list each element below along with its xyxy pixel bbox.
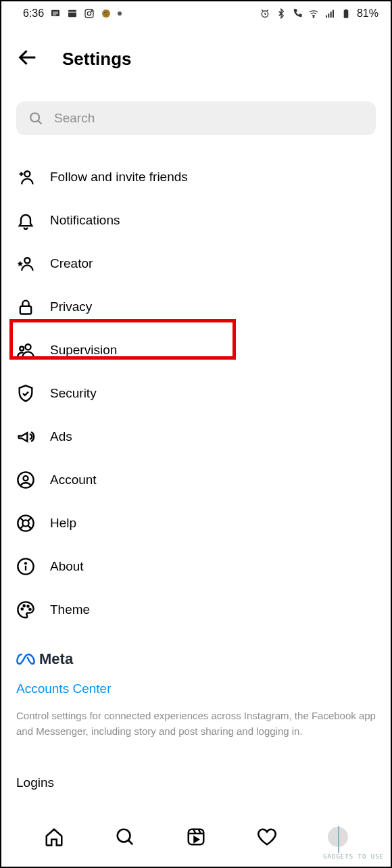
back-arrow-icon	[16, 46, 39, 69]
svg-point-31	[27, 606, 28, 607]
svg-rect-34	[189, 829, 204, 845]
menu-item-notifications[interactable]: Notifications	[1, 199, 391, 242]
menu-item-theme[interactable]: Theme	[1, 588, 391, 631]
menu-item-account[interactable]: Account	[1, 458, 391, 502]
bluetooth-icon	[276, 8, 287, 19]
bell-icon	[16, 211, 35, 230]
svg-point-4	[91, 11, 92, 11]
nav-home[interactable]	[43, 825, 66, 848]
reels-icon	[186, 827, 206, 847]
alarm-icon	[260, 8, 270, 19]
svg-point-33	[118, 829, 130, 842]
svg-rect-20	[20, 306, 31, 314]
status-right: 81%	[260, 7, 378, 20]
menu-item-follow-invite[interactable]: Follow and invite friends	[1, 155, 391, 199]
meta-brand: Meta	[16, 650, 376, 668]
meta-logo-icon	[16, 652, 35, 666]
svg-point-17	[30, 113, 39, 122]
header: Settings	[1, 23, 391, 72]
cookie-status-icon	[101, 8, 112, 19]
svg-rect-1	[68, 10, 76, 18]
accounts-center-link[interactable]: Accounts Center	[16, 681, 111, 696]
svg-point-24	[24, 476, 28, 481]
people-icon	[16, 341, 35, 360]
message-status-icon	[50, 8, 61, 19]
svg-rect-11	[326, 16, 327, 18]
svg-point-5	[102, 9, 110, 18]
svg-point-10	[313, 17, 314, 18]
svg-point-18	[24, 171, 30, 176]
svg-point-28	[25, 562, 26, 564]
home-icon	[44, 827, 64, 847]
menu-label: Notifications	[50, 213, 120, 228]
menu-item-about[interactable]: About	[1, 545, 391, 588]
menu-label: Follow and invite friends	[50, 170, 188, 185]
menu-item-privacy[interactable]: Privacy	[1, 285, 391, 329]
menu-item-help[interactable]: Help	[1, 502, 391, 545]
back-button[interactable]	[16, 46, 39, 72]
svg-point-22	[20, 347, 24, 351]
menu-label: Supervision	[50, 343, 117, 358]
svg-rect-0	[51, 10, 59, 16]
svg-point-32	[29, 608, 30, 610]
menu-label: Help	[50, 516, 76, 531]
menu-item-security[interactable]: Security	[1, 372, 391, 415]
svg-point-6	[104, 12, 105, 14]
menu-label: Privacy	[50, 299, 92, 314]
svg-point-30	[24, 605, 25, 606]
nav-reels[interactable]	[185, 825, 207, 848]
nav-activity[interactable]	[255, 825, 278, 848]
watermark-bar	[338, 826, 339, 853]
menu-label: Creator	[50, 256, 93, 271]
search-icon	[28, 111, 43, 126]
add-user-icon	[16, 168, 35, 187]
calendar-status-icon	[67, 8, 78, 19]
svg-rect-16	[345, 9, 347, 9]
page-title: Settings	[62, 49, 132, 70]
meta-footer-section: Meta Accounts Center Control settings fo…	[1, 650, 391, 739]
nav-search[interactable]	[114, 825, 137, 848]
battery-icon	[341, 8, 351, 19]
status-bar: 6:36 81%	[1, 1, 391, 23]
menu-label: Security	[50, 386, 97, 401]
megaphone-icon	[16, 427, 35, 446]
svg-rect-13	[330, 11, 332, 18]
info-icon	[16, 557, 35, 576]
signal-icon	[324, 8, 335, 19]
accounts-center-description: Control settings for connected experienc…	[16, 708, 376, 739]
star-user-icon	[16, 254, 35, 273]
heart-icon	[257, 827, 277, 847]
instagram-status-icon	[84, 8, 95, 19]
svg-point-19	[24, 258, 30, 263]
palette-icon	[16, 600, 35, 619]
menu-label: Ads	[50, 429, 72, 444]
search-nav-icon	[115, 827, 135, 847]
svg-rect-15	[344, 10, 349, 18]
svg-point-3	[87, 11, 91, 15]
logins-section-heading: Logins	[1, 775, 391, 790]
svg-point-7	[107, 11, 108, 13]
svg-point-26	[22, 520, 28, 526]
battery-percent: 81%	[357, 7, 378, 20]
menu-item-ads[interactable]: Ads	[1, 415, 391, 458]
svg-point-25	[18, 515, 33, 531]
meta-brand-text: Meta	[39, 650, 73, 668]
search-input[interactable]: Search	[16, 101, 376, 135]
call-icon	[292, 8, 303, 19]
menu-item-supervision[interactable]: Supervision	[1, 329, 391, 372]
svg-point-21	[25, 344, 30, 349]
status-left: 6:36	[23, 7, 122, 20]
lock-icon	[16, 297, 35, 316]
menu-label: About	[50, 559, 84, 574]
menu-item-creator[interactable]: Creator	[1, 242, 391, 285]
svg-rect-12	[328, 14, 329, 18]
more-dot-icon	[118, 11, 122, 16]
menu-label: Account	[50, 473, 97, 487]
svg-point-29	[22, 608, 23, 610]
svg-rect-14	[333, 10, 334, 18]
shield-icon	[16, 384, 35, 403]
lifebuoy-icon	[16, 514, 35, 533]
status-time: 6:36	[23, 7, 44, 20]
wifi-icon	[308, 8, 319, 19]
settings-menu: Follow and invite friends Notifications …	[1, 155, 391, 631]
